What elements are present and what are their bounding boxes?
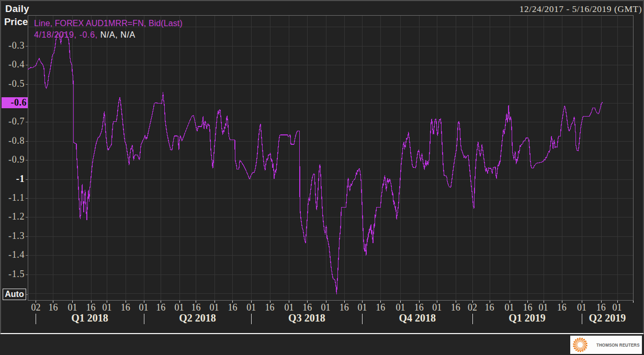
svg-text:16: 16 <box>156 302 165 313</box>
svg-text:Q1 2018: Q1 2018 <box>71 312 108 324</box>
svg-text:01: 01 <box>139 302 149 313</box>
svg-text:-0.7: -0.7 <box>8 116 25 127</box>
svg-text:-0.5: -0.5 <box>8 78 25 89</box>
svg-text:16: 16 <box>302 302 312 313</box>
svg-text:16: 16 <box>121 302 130 313</box>
svg-text:Q1 2019: Q1 2019 <box>509 312 546 324</box>
svg-text:16: 16 <box>557 302 567 313</box>
svg-text:01: 01 <box>67 302 77 313</box>
svg-text:01: 01 <box>246 302 256 313</box>
svg-text:-1.2: -1.2 <box>8 211 25 222</box>
svg-text:02: 02 <box>468 302 477 313</box>
svg-text:01: 01 <box>102 302 111 313</box>
svg-text:Q4 2018: Q4 2018 <box>399 312 436 324</box>
svg-text:Q2 2019: Q2 2019 <box>589 312 626 324</box>
svg-text:-0.3: -0.3 <box>8 40 25 51</box>
svg-text:02: 02 <box>31 302 40 313</box>
svg-text:01: 01 <box>175 302 184 313</box>
svg-text:-1.1: -1.1 <box>8 192 25 203</box>
svg-text:16: 16 <box>414 302 424 313</box>
svg-text:-1.4: -1.4 <box>8 249 25 260</box>
svg-text:01: 01 <box>577 302 586 313</box>
svg-text:16: 16 <box>340 302 349 313</box>
svg-text:01: 01 <box>505 302 514 313</box>
svg-text:16: 16 <box>48 302 58 313</box>
svg-text:01: 01 <box>321 302 331 313</box>
svg-text:16: 16 <box>596 302 606 313</box>
svg-text:-1.3: -1.3 <box>8 231 25 241</box>
svg-text:Q2 2018: Q2 2018 <box>179 312 216 324</box>
svg-text:01: 01 <box>358 302 367 313</box>
svg-text:16: 16 <box>228 302 238 313</box>
svg-text:16: 16 <box>451 302 460 313</box>
svg-text:16: 16 <box>376 302 385 313</box>
svg-text:-1: -1 <box>16 174 25 184</box>
svg-text:01: 01 <box>396 302 405 313</box>
svg-text:16: 16 <box>191 302 200 313</box>
svg-text:01: 01 <box>539 302 548 313</box>
svg-text:-1.5: -1.5 <box>8 269 25 279</box>
svg-text:16: 16 <box>86 302 96 313</box>
svg-text:01: 01 <box>613 302 622 313</box>
svg-text:01: 01 <box>210 302 219 313</box>
svg-text:-0.8: -0.8 <box>8 135 25 146</box>
svg-text:16: 16 <box>265 302 275 313</box>
svg-text:16: 16 <box>523 302 532 313</box>
svg-text:Q3 2018: Q3 2018 <box>288 312 325 324</box>
svg-text:-0.4: -0.4 <box>8 59 25 70</box>
svg-text:16: 16 <box>485 302 494 313</box>
svg-text:-0.9: -0.9 <box>8 154 25 165</box>
svg-text:01: 01 <box>432 302 442 313</box>
svg-text:01: 01 <box>285 302 294 313</box>
